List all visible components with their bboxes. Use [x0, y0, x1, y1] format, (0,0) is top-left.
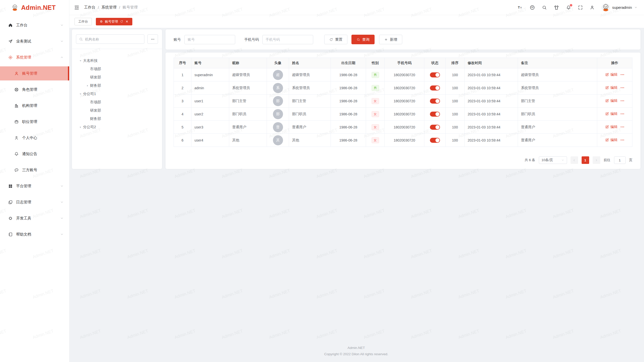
sidebar-item-docs[interactable]: 帮助文档 — [0, 227, 69, 241]
add-button[interactable]: 新增 — [379, 35, 402, 44]
breadcrumb: 工作台 / 系统管理 / 账号管理 — [84, 5, 138, 10]
cell-nickname: 系统管理员 — [229, 81, 267, 95]
status-toggle[interactable] — [430, 138, 440, 143]
tree-node[interactable]: 分公司2 — [74, 123, 159, 131]
cell-status — [424, 95, 446, 108]
tree-node[interactable]: 财务部 — [74, 115, 159, 123]
sidebar-item-devtools[interactable]: 开发工具 — [0, 211, 69, 225]
sidebar-item-system-management[interactable]: 系统管理 — [0, 50, 69, 64]
chat-icon — [14, 168, 19, 172]
phone-filter-input[interactable] — [262, 35, 313, 44]
tree-node[interactable]: 大名科技 — [74, 57, 159, 65]
edit-button[interactable]: 编辑 — [605, 125, 618, 129]
search-icon[interactable] — [542, 5, 547, 10]
sidebar-item-profile-center[interactable]: 个人中心 — [0, 131, 69, 145]
cell-account: admin — [191, 81, 229, 95]
sidebar-item-label: 工作台 — [16, 23, 60, 28]
edit-button[interactable]: 编辑 — [605, 72, 618, 77]
tree-node[interactable]: 研发部 — [74, 106, 159, 115]
close-icon[interactable] — [125, 20, 129, 23]
account-filter-input[interactable] — [184, 35, 235, 44]
tab-workbench[interactable]: 工作台 — [74, 18, 92, 25]
tree-caret-collapsed-icon[interactable] — [85, 84, 90, 87]
language-icon[interactable]: 中 — [530, 5, 535, 10]
breadcrumb-item-system[interactable]: 系统管理 — [101, 5, 116, 10]
row-more-button[interactable] — [620, 72, 625, 77]
edit-button[interactable]: 编辑 — [605, 99, 618, 103]
search-icon — [79, 37, 83, 41]
fullscreen-icon[interactable] — [578, 5, 583, 10]
page-size-select[interactable]: 10条/页 — [539, 156, 567, 164]
org-search-input[interactable] — [85, 37, 141, 41]
sidebar-item-third-account[interactable]: 三方账号 — [0, 163, 69, 177]
cell-nickname: 部门主管 — [229, 95, 267, 108]
tree-node[interactable]: 市场部 — [74, 98, 159, 106]
row-more-button[interactable] — [620, 125, 625, 129]
sidebar-item-org[interactable]: 机构管理 — [0, 99, 69, 113]
profile-icon[interactable] — [590, 5, 595, 10]
sidebar-item-business-test[interactable]: 业务测试 — [0, 34, 69, 48]
cell-actions: 编辑 — [597, 68, 632, 81]
sidebar-item-account[interactable]: 账号管理 — [0, 66, 69, 80]
tree-caret-expanded-icon[interactable] — [78, 59, 83, 62]
breadcrumb-item-workbench[interactable]: 工作台 — [84, 5, 95, 10]
cell-phone: 18020030720 — [385, 108, 424, 121]
edit-button[interactable]: 编辑 — [605, 112, 618, 116]
tree-node[interactable]: 财务部 — [74, 81, 159, 90]
tab-account-management[interactable]: 账号管理 — [96, 18, 132, 25]
cell-avatar: 部 — [267, 108, 289, 121]
column-header-no: 序号 — [174, 58, 191, 68]
sidebar-item-logs[interactable]: 日志管理 — [0, 195, 69, 209]
prev-page-button[interactable] — [571, 156, 578, 164]
tree-caret-collapsed-icon[interactable] — [78, 126, 83, 129]
tree-caret-placeholder — [85, 68, 90, 71]
tree-node[interactable]: 分公司1 — [74, 90, 159, 98]
row-more-button[interactable] — [620, 112, 625, 116]
status-toggle[interactable] — [430, 125, 440, 130]
row-more-button[interactable] — [620, 99, 625, 103]
notification-icon[interactable] — [566, 5, 571, 10]
sidebar-item-position[interactable]: 职位管理 — [0, 115, 69, 129]
column-header-sort: 排序 — [446, 58, 465, 68]
svg-text:T: T — [520, 7, 521, 9]
sidebar: Admin.NET 工作台业务测试系统管理账号管理角色管理机构管理职位管理个人中… — [0, 0, 69, 362]
cell-nickname: 超级管理员 — [229, 68, 267, 81]
tree-node[interactable]: 研发部 — [74, 73, 159, 81]
status-toggle[interactable] — [430, 72, 440, 77]
goto-page-input[interactable] — [614, 156, 626, 164]
sidebar-item-label: 开发工具 — [16, 216, 60, 221]
next-page-button[interactable] — [593, 156, 600, 164]
sidebar-item-role[interactable]: 角色管理 — [0, 82, 69, 97]
query-button[interactable]: 查询 — [351, 35, 375, 44]
page-number-1[interactable]: 1 — [582, 156, 589, 164]
user-menu[interactable]: superadmin — [601, 3, 637, 12]
tree-node[interactable]: 市场部 — [74, 65, 159, 73]
edit-button[interactable]: 编辑 — [605, 138, 618, 142]
logo-title: Admin.NET — [21, 4, 56, 11]
cell-phone: 18020030720 — [385, 95, 424, 108]
refresh-icon[interactable] — [120, 20, 123, 23]
cell-actions: 编辑 — [597, 95, 632, 108]
sidebar-item-notice[interactable]: 通知公告 — [0, 147, 69, 161]
tree-caret-expanded-icon[interactable] — [78, 93, 83, 96]
sidebar-item-label: 三方账号 — [22, 168, 64, 172]
status-toggle[interactable] — [430, 85, 440, 90]
row-more-button[interactable] — [620, 85, 625, 90]
svg-text:T: T — [518, 6, 520, 9]
row-more-button[interactable] — [620, 138, 625, 142]
font-size-icon[interactable]: TT — [518, 5, 523, 10]
org-more-button[interactable] — [147, 34, 158, 44]
tree-caret-placeholder — [85, 109, 90, 112]
edit-icon — [605, 112, 609, 116]
sidebar-item-workbench[interactable]: 工作台 — [0, 18, 69, 32]
accounts-table: 序号账号昵称头像姓名出生日期性别手机号码状态排序修改时间备注操作 1supera… — [174, 58, 632, 147]
sidebar-item-platform[interactable]: 平台管理 — [0, 179, 69, 193]
reset-button[interactable]: 重置 — [324, 35, 347, 44]
edit-label: 编辑 — [611, 72, 618, 77]
theme-icon[interactable] — [554, 5, 559, 10]
menu-collapse-icon[interactable] — [74, 5, 79, 10]
edit-button[interactable]: 编辑 — [605, 85, 618, 90]
status-toggle[interactable] — [430, 99, 440, 104]
status-toggle[interactable] — [430, 112, 440, 117]
logo[interactable]: Admin.NET — [0, 0, 69, 15]
